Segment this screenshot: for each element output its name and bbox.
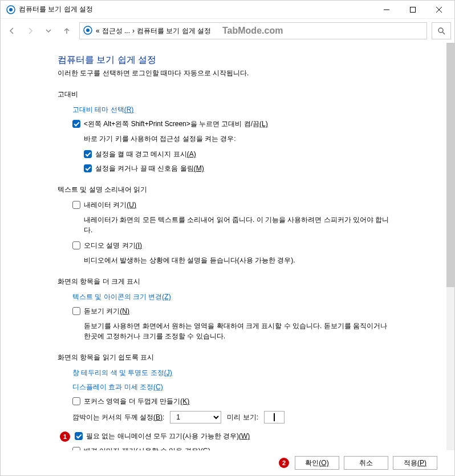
check-focus-text: 포커스 영역을 더 두껍게 만들기 [84, 397, 180, 405]
link-display-fine[interactable]: 디스플레이 효과 미세 조정(C) [72, 382, 163, 392]
content-area: 컴퓨터를 보기 쉽게 설정 이러한 도구를 선택하면 로그인할 때마다 자동으로… [1, 43, 446, 450]
titlebar: 컴퓨터를 보기 쉽게 설정 [1, 1, 454, 19]
apply-text: 적용 [404, 459, 417, 467]
back-button[interactable] [4, 23, 20, 39]
page-subtitle: 이러한 도구를 선택하면 로그인할 때마다 자동으로 시작됩니다. [58, 68, 389, 78]
check-sound-key: (M) [194, 164, 204, 172]
apply-button[interactable]: 적용(P) [393, 456, 437, 470]
narrator-help: 내레이터가 화면의 모든 텍스트를 소리내어 읽어 줍니다. 이 기능을 사용하… [84, 215, 389, 235]
scrollbar-thumb[interactable] [446, 43, 454, 287]
section-contrast-title: 고대비 [58, 90, 389, 99]
ok-button[interactable]: 확인(O) [295, 456, 339, 470]
svg-point-1 [9, 8, 13, 11]
link-contrast-theme-text: 고대비 테마 선택 [72, 106, 124, 114]
breadcrumb-item2[interactable]: 컴퓨터를 보기 쉽게 설정 [137, 26, 211, 36]
link-contrast-theme[interactable]: 고대비 테마 선택(R) [72, 105, 133, 115]
titlebar-controls [373, 1, 452, 19]
cursor-width-label: 깜박이는 커서의 두께 설정(B): [72, 413, 164, 422]
check-audio[interactable] [72, 241, 80, 249]
check-narrator[interactable] [72, 201, 80, 209]
check-animation-row: 1 필요 없는 애니메이션 모두 끄기(사용 가능한 경우)(W) [60, 431, 389, 442]
recent-button[interactable] [40, 23, 56, 39]
check-audio-label: 오디오 설명 켜기(I) [84, 241, 142, 251]
audio-help: 비디오에서 발생하는 상황에 대한 설명을 듣습니다(사용 가능한 경우). [84, 255, 389, 265]
forward-button[interactable] [22, 23, 38, 39]
cursor-preview-box [264, 411, 285, 423]
check-sound[interactable] [84, 164, 92, 172]
check-sound-text: 설정을 켜거나 끌 때 신호음 울림 [95, 164, 194, 172]
badge-2: 2 [279, 458, 289, 468]
check-animation-text: 필요 없는 애니메이션 모두 끄기(사용 가능한 경우) [86, 432, 239, 440]
check-narrator-key: (U) [127, 201, 136, 209]
check-magnifier-label: 돋보기 켜기(N) [84, 306, 129, 316]
svg-point-7 [86, 29, 90, 32]
check-contrast-toggle-row: <왼쪽 Alt+왼쪽 Shift+Print Screen>을 누르면 고대비 … [72, 119, 389, 129]
link-contrast-theme-key: (R) [124, 106, 134, 114]
check-warn-row: 설정을 켤 때 경고 메시지 표시(A) [84, 150, 389, 159]
check-warn-label: 설정을 켤 때 경고 메시지 표시(A) [95, 150, 196, 159]
section-easier: 화면의 항목을 읽기 쉽도록 표시 창 테두리의 색 및 투명도 조정(J) 디… [58, 353, 389, 450]
app-icon [6, 5, 15, 14]
search-button[interactable] [432, 22, 451, 39]
section-larger: 화면의 항목을 더 크게 표시 텍스트 및 아이콘의 크기 변경(Z) 돋보기 … [58, 277, 389, 341]
breadcrumb-text: « 접근성 ... › 컴퓨터를 보기 쉽게 설정 [96, 26, 211, 36]
check-magnifier-row: 돋보기 켜기(N) [72, 306, 389, 316]
navbar: « 접근성 ... › 컴퓨터를 보기 쉽게 설정 TabMode.com [1, 19, 454, 43]
cursor-width-text: 깜박이는 커서의 두께 설정 [72, 413, 153, 421]
scrollbar[interactable] [446, 43, 454, 450]
check-warn[interactable] [84, 150, 92, 158]
close-button[interactable] [426, 1, 452, 19]
ok-key: (O) [319, 459, 328, 467]
check-sound-row: 설정을 켜거나 끌 때 신호음 울림(M) [84, 164, 389, 174]
check-animation-key: (W) [239, 432, 250, 440]
check-focus-label: 포커스 영역을 더 두껍게 만들기(K) [84, 397, 189, 406]
check-background-label: 배경 이미지 제거(사용할 수 있을 경우)(G) [84, 446, 210, 450]
check-narrator-row: 내레이터 켜기(U) [72, 200, 389, 210]
watermark: TabMode.com [222, 26, 283, 36]
check-audio-text: 오디오 설명 켜기 [84, 241, 136, 249]
check-background[interactable] [72, 447, 80, 450]
check-warn-key: (A) [187, 150, 196, 158]
section-contrast: 고대비 고대비 테마 선택(R) <왼쪽 Alt+왼쪽 Shift+Print … [58, 90, 389, 174]
check-background-row: 배경 이미지 제거(사용할 수 있을 경우)(G) [72, 446, 389, 450]
check-focus[interactable] [72, 397, 80, 405]
maximize-button[interactable] [400, 1, 426, 19]
link-border-color[interactable]: 창 테두리의 색 및 투명도 조정(J) [72, 368, 172, 378]
breadcrumb[interactable]: « 접근성 ... › 컴퓨터를 보기 쉽게 설정 TabMode.com [79, 22, 427, 39]
preview-label: 미리 보기: [227, 413, 258, 422]
check-contrast-toggle-key: (L) [259, 120, 268, 128]
badge-1: 1 [60, 431, 70, 442]
section-easier-title: 화면의 항목을 읽기 쉽도록 표시 [58, 353, 389, 362]
section-narrator: 텍스트 및 설명 소리내어 읽기 내레이터 켜기(U) 내레이터가 화면의 모든… [58, 185, 389, 265]
check-sound-label: 설정을 켜거나 끌 때 신호음 울림(M) [95, 164, 204, 174]
up-button[interactable] [59, 23, 75, 39]
check-narrator-text: 내레이터 켜기 [84, 201, 127, 209]
link-border-key: (J) [164, 369, 172, 377]
check-magnifier[interactable] [72, 307, 80, 315]
check-animation[interactable] [75, 432, 83, 440]
check-magnifier-key: (N) [120, 307, 129, 315]
check-focus-row: 포커스 영역을 더 두껍게 만들기(K) [72, 397, 389, 406]
breadcrumb-item1[interactable]: 접근성 ... [102, 26, 130, 36]
breadcrumb-sep: › [132, 27, 135, 35]
check-contrast-toggle[interactable] [72, 120, 80, 128]
svg-rect-3 [411, 7, 416, 12]
check-focus-key: (K) [180, 397, 189, 405]
link-text-size[interactable]: 텍스트 및 아이콘의 크기 변경(Z) [72, 292, 171, 302]
check-audio-row: 오디오 설명 켜기(I) [72, 241, 389, 251]
minimize-button[interactable] [373, 1, 400, 19]
window-title: 컴퓨터를 보기 쉽게 설정 [19, 5, 373, 14]
footer: 2 확인(O) 취소 적용(P) [1, 450, 454, 475]
apply-key: (P) [417, 459, 426, 467]
cursor-preview [274, 413, 275, 421]
cursor-width-key: (B) [153, 413, 162, 421]
check-contrast-toggle-label: <왼쪽 Alt+왼쪽 Shift+Print Screen>을 누르면 고대비 … [84, 119, 268, 129]
cursor-width-select[interactable]: 1 [170, 411, 221, 423]
breadcrumb-prefix: « [96, 27, 100, 35]
svg-point-8 [438, 28, 443, 33]
cancel-button[interactable]: 취소 [344, 456, 388, 470]
link-border-text: 창 테두리의 색 및 투명도 조정 [72, 369, 164, 377]
svg-line-9 [442, 32, 445, 34]
link-display-text: 디스플레이 효과 미세 조정 [72, 383, 153, 391]
magnifier-help: 돋보기를 사용하면 화면에서 원하는 영역을 확대하여 크게 표시할 수 있습니… [84, 321, 389, 341]
